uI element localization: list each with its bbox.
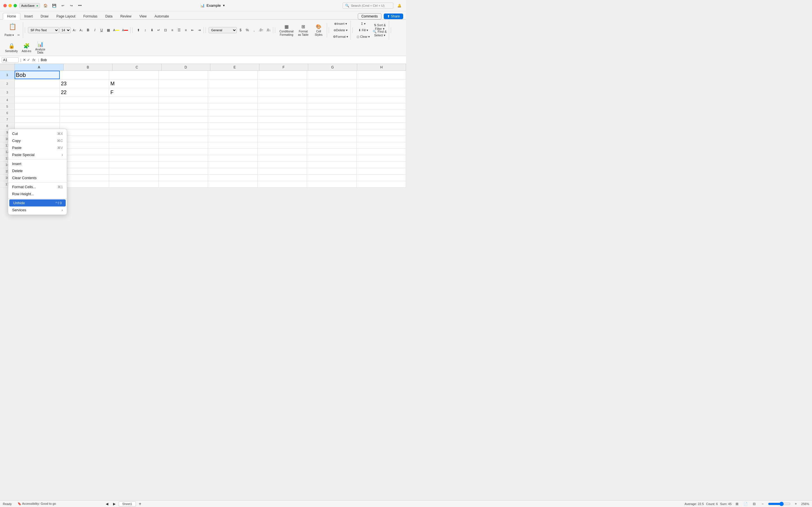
- cell-g16[interactable]: [307, 175, 356, 181]
- cell-g2[interactable]: [307, 79, 356, 88]
- cell-c6[interactable]: [109, 110, 158, 116]
- conditional-formatting-button[interactable]: ▦ Conditional Formatting: [278, 23, 295, 38]
- cell-g5[interactable]: [307, 103, 356, 110]
- bold-button[interactable]: B: [85, 27, 91, 33]
- row-num-6[interactable]: 6: [0, 110, 15, 116]
- cell-c9[interactable]: [109, 129, 158, 135]
- cell-c2[interactable]: M: [109, 79, 158, 88]
- increase-font-button[interactable]: A↑: [71, 27, 78, 33]
- cell-b15[interactable]: [60, 168, 109, 174]
- wrap-text-button[interactable]: ↵: [156, 27, 162, 33]
- cell-e3[interactable]: [208, 88, 257, 97]
- cell-d2[interactable]: [159, 79, 208, 88]
- col-header-e[interactable]: E: [210, 64, 259, 70]
- cell-f11[interactable]: [258, 142, 307, 149]
- minimize-button[interactable]: [8, 4, 12, 7]
- cell-h4[interactable]: [357, 97, 406, 103]
- border-button[interactable]: ▦: [105, 27, 111, 33]
- tab-home[interactable]: Home: [3, 13, 20, 20]
- cell-h14[interactable]: [357, 162, 406, 168]
- cell-b6[interactable]: [60, 110, 109, 116]
- find-select-button[interactable]: 🔍 Find &Select ▾: [371, 31, 388, 37]
- tab-data[interactable]: Data: [101, 13, 116, 19]
- cell-a5[interactable]: [15, 103, 60, 110]
- ctx-paste[interactable]: Paste ⌘V: [8, 144, 67, 151]
- ctx-copy[interactable]: Copy ⌘C: [8, 137, 67, 144]
- increase-decimal-button[interactable]: .0↑: [258, 27, 264, 33]
- more-button[interactable]: •••: [77, 3, 83, 9]
- cell-b8[interactable]: [60, 123, 109, 129]
- cell-e7[interactable]: [208, 116, 257, 122]
- cell-e9[interactable]: [208, 129, 257, 135]
- row-num-1[interactable]: 1: [0, 71, 15, 79]
- cell-c3[interactable]: F: [109, 88, 158, 97]
- cell-d6[interactable]: [159, 110, 208, 116]
- cell-g13[interactable]: [307, 155, 356, 161]
- tab-review[interactable]: Review: [116, 13, 135, 19]
- row-num-3[interactable]: 3: [0, 88, 15, 97]
- ctx-paste-special[interactable]: Paste Special ›: [8, 151, 67, 158]
- cell-e2[interactable]: [208, 79, 257, 88]
- cell-b11[interactable]: [60, 142, 109, 149]
- cell-b10[interactable]: [60, 136, 109, 142]
- cell-f17[interactable]: [258, 181, 307, 187]
- cell-a8[interactable]: [15, 123, 60, 129]
- cell-h11[interactable]: [357, 142, 406, 149]
- format-as-table-button[interactable]: ⊞ Format as Table: [296, 23, 311, 38]
- maximize-button[interactable]: [13, 4, 17, 7]
- cell-d1[interactable]: [159, 71, 208, 79]
- font-size-select[interactable]: 14: [59, 27, 71, 33]
- cell-e4[interactable]: [208, 97, 257, 103]
- number-format-select[interactable]: General: [209, 27, 237, 33]
- undo-button[interactable]: ↩: [60, 3, 66, 9]
- cell-d16[interactable]: [159, 175, 208, 181]
- cell-g6[interactable]: [307, 110, 356, 116]
- close-button[interactable]: [3, 4, 7, 7]
- cell-e15[interactable]: [208, 168, 257, 174]
- currency-button[interactable]: $: [238, 27, 244, 33]
- cell-d13[interactable]: [159, 155, 208, 161]
- cell-h15[interactable]: [357, 168, 406, 174]
- cell-b4[interactable]: [60, 97, 109, 103]
- cell-b2[interactable]: 23: [60, 79, 109, 88]
- cell-e6[interactable]: [208, 110, 257, 116]
- row-num-2[interactable]: 2: [0, 79, 15, 88]
- cell-g10[interactable]: [307, 136, 356, 142]
- cell-g12[interactable]: [307, 149, 356, 155]
- insert-cells-button[interactable]: ⊕ Insert ▾: [332, 20, 349, 27]
- cell-b16[interactable]: [60, 175, 109, 181]
- cell-c10[interactable]: [109, 136, 158, 142]
- cell-d12[interactable]: [159, 149, 208, 155]
- tab-automate[interactable]: Automate: [151, 13, 173, 19]
- autosum-button[interactable]: Σ ▾: [356, 20, 371, 27]
- cell-b13[interactable]: [60, 155, 109, 161]
- cell-e14[interactable]: [208, 162, 257, 168]
- cell-h3[interactable]: [357, 88, 406, 97]
- cell-e11[interactable]: [208, 142, 257, 149]
- cell-g7[interactable]: [307, 116, 356, 122]
- cell-g15[interactable]: [307, 168, 356, 174]
- cell-h8[interactable]: [357, 123, 406, 129]
- ctx-clear-contents[interactable]: Clear Contents: [8, 174, 67, 181]
- fx-icon[interactable]: fx: [33, 58, 35, 62]
- cell-c11[interactable]: [109, 142, 158, 149]
- row-num-7[interactable]: 7: [0, 116, 15, 122]
- cell-b3[interactable]: 22: [60, 88, 109, 97]
- cell-e16[interactable]: [208, 175, 257, 181]
- cell-f4[interactable]: [258, 97, 307, 103]
- indent-left-button[interactable]: ⇤: [190, 27, 196, 33]
- cell-b9[interactable]: [60, 129, 109, 135]
- col-header-f[interactable]: F: [259, 64, 308, 70]
- cell-f8[interactable]: [258, 123, 307, 129]
- cell-h7[interactable]: [357, 116, 406, 122]
- cell-a4[interactable]: [15, 97, 60, 103]
- cell-f14[interactable]: [258, 162, 307, 168]
- font-name-select[interactable]: SF Pro Text: [28, 27, 59, 33]
- ctx-format-cells[interactable]: Format Cells... ⌘1: [8, 183, 67, 190]
- cell-d4[interactable]: [159, 97, 208, 103]
- cell-d8[interactable]: [159, 123, 208, 129]
- cell-f15[interactable]: [258, 168, 307, 174]
- cell-f6[interactable]: [258, 110, 307, 116]
- cell-f16[interactable]: [258, 175, 307, 181]
- cell-f7[interactable]: [258, 116, 307, 122]
